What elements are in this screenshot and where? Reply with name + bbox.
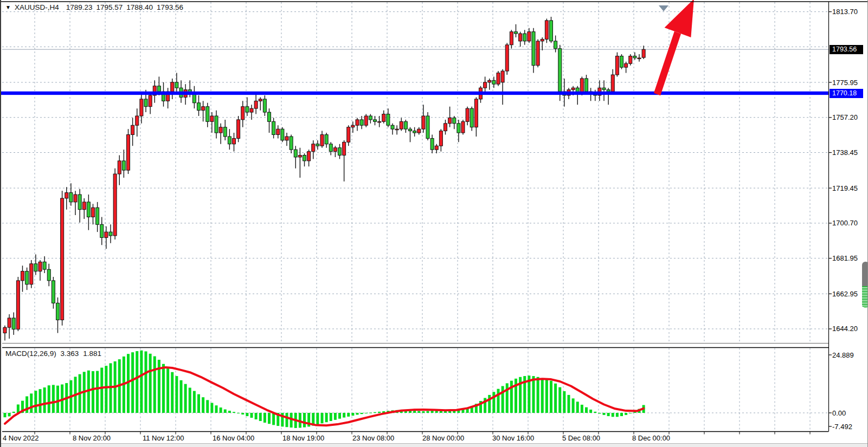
support-line-price-badge: 1770.18 <box>830 89 863 98</box>
macd-main-value: 3.363 <box>61 349 79 358</box>
price-axis-label: 1700.70 <box>832 219 858 227</box>
breakout-arrow[interactable] <box>654 0 694 95</box>
chart-title-bar: ▼ XAUUSD-,H4 1789.23 1795.57 1788.40 179… <box>5 3 183 11</box>
time-axis-label: 28 Nov 00:00 <box>422 434 464 442</box>
macd-axis-label: 0.00 <box>832 409 846 417</box>
close-value: 1793.56 <box>157 3 183 11</box>
open-value: 1789.23 <box>66 3 93 11</box>
support-line[interactable] <box>1 92 828 95</box>
price-axis-label: 1757.20 <box>832 113 858 121</box>
price-axis-label: 1644.20 <box>832 325 858 333</box>
chart-window: ▼ XAUUSD-,H4 1789.23 1795.57 1788.40 179… <box>0 0 868 447</box>
candlestick-series <box>3 17 645 340</box>
triangle-marker-icon[interactable] <box>659 5 668 11</box>
time-axis-label: 11 Nov 12:00 <box>143 434 184 442</box>
price-axis-label: 1662.95 <box>832 290 858 298</box>
chart-canvas[interactable] <box>1 0 868 447</box>
time-axis-label: 5 Dec 08:00 <box>562 434 600 442</box>
price-axis-label: 1775.95 <box>832 79 858 87</box>
time-axis-label: 16 Nov 04:00 <box>213 434 254 442</box>
time-axis-label: 23 Nov 08:00 <box>352 434 394 442</box>
price-axis-label: 1813.70 <box>832 8 858 16</box>
scrollbar-grip[interactable] <box>862 262 868 286</box>
time-axis-label: 8 Dec 00:00 <box>632 434 670 442</box>
price-axis-label: 1681.95 <box>832 254 858 262</box>
high-value: 1795.57 <box>96 3 123 11</box>
macd-indicator-label: MACD(12,26,9) 3.363 1.881 <box>5 349 104 358</box>
macd-signal-value: 1.881 <box>83 349 101 358</box>
current-price-badge: 1793.56 <box>830 45 863 54</box>
scrollbar-stripes <box>862 286 868 308</box>
macd-axis-label: 24.889 <box>832 351 854 359</box>
time-axis-label: 30 Nov 16:00 <box>492 434 534 442</box>
price-axis-label: 1719.45 <box>832 184 858 192</box>
time-axis-label: 18 Nov 19:00 <box>282 434 324 442</box>
scrollbar-thumb[interactable] <box>862 262 868 308</box>
time-axis-label: 8 Nov 20:00 <box>73 434 111 442</box>
chart-dropdown-icon[interactable]: ▼ <box>5 5 11 10</box>
time-axis-label: 4 Nov 2022 <box>3 434 39 442</box>
symbol-timeframe-label: XAUUSD-,H4 <box>15 3 59 11</box>
low-value: 1788.40 <box>126 3 153 11</box>
macd-parameters: MACD(12,26,9) <box>5 349 56 358</box>
macd-histogram <box>4 351 645 428</box>
price-axis-label: 1738.45 <box>832 148 858 157</box>
macd-axis-label: -7.492 <box>832 423 852 431</box>
window-bottom-strip <box>1 443 868 447</box>
